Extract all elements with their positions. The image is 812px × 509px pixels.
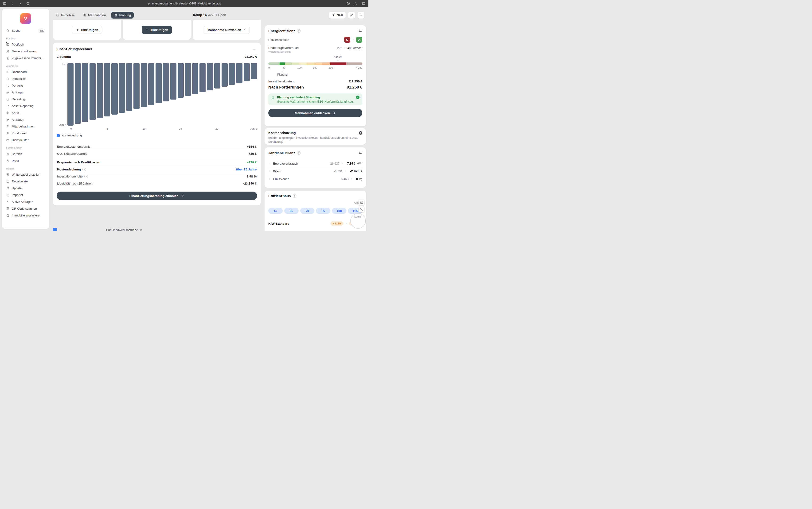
sidebar-item-recalculate[interactable]: Recalculate [4,178,47,185]
financing-consultation-button[interactable]: Finanzierungsberatung einholen [57,192,257,200]
add-button-dark[interactable]: Hinzufügen [142,26,172,34]
partner-strip: Für Handwerksbetriebe [53,228,261,231]
chat-button[interactable] [357,11,365,19]
tab-label: Immobilie [61,13,75,17]
sidebar-item-anfragen[interactable]: Anfragen [4,89,47,96]
summary-label: Investitionsrendite [57,175,88,178]
sidebar-item-karte[interactable]: Karte [4,109,47,116]
reload-icon[interactable] [26,2,30,5]
sidebar-item-deine-kund-innen[interactable]: Deine Kund:innen [4,48,47,55]
sidebar-item-label: Profil [12,159,19,163]
help-icon[interactable] [84,175,88,178]
balance-to-value: 0 [356,177,358,181]
summary-row: Ersparnis nach Kreditkosten+179 € [57,158,257,166]
help-icon[interactable] [297,151,300,155]
extensions-icon[interactable] [354,2,358,5]
card-title: Effizienzhaus [268,194,291,198]
square-icon [6,180,10,183]
level-pill-100[interactable]: 100 [332,208,346,214]
back-icon[interactable] [10,2,14,5]
chart-bar-year-6 [111,63,118,114]
select-measure-button[interactable]: Maßnahme auswählen [204,26,250,34]
current-marker-label: Aktuell [334,56,342,59]
balance-row-emissionen[interactable]: Emissionen6.4630kg [268,175,362,183]
chevron-right-icon [268,178,271,180]
collapse-button[interactable] [251,46,257,52]
level-pill-55[interactable]: 55 [284,208,299,214]
sidebar-item-zugewiesene-immobilien[interactable]: Zugewiesene Immobilien [4,55,47,62]
partner-link[interactable]: Für Handwerksbetriebe [106,228,142,231]
sidebar-item-label: Update [12,186,22,190]
search-input[interactable]: Suche ⌘K [4,27,47,34]
filters-icon[interactable] [358,151,362,155]
sidebar-item-portfolio[interactable]: Portfolio [4,82,47,89]
help-icon[interactable] [359,131,362,135]
sidebar-item-label: Asset Reporting [12,104,34,108]
sidebar-item-importer[interactable]: Importer [4,192,47,198]
sidebar-item-anfragen[interactable]: Anfragen [4,116,47,123]
level-pill-40[interactable]: 40 [268,208,283,214]
sidebar-item-asset-reporting[interactable]: Asset Reporting [4,103,47,109]
tab-massnahmen[interactable]: Maßnahmen [80,12,109,19]
alert-title: Planung verhindert Stranding [277,96,354,99]
chart-bar-year-4 [97,63,103,118]
help-icon[interactable] [293,194,296,198]
scale-segment [330,63,346,65]
sidebar-item-kund-innen[interactable]: Kund:innen [4,130,47,137]
contact-mail-button[interactable] [359,200,364,205]
neu-button[interactable]: NEu [329,11,346,19]
chart-bar-year-14 [170,63,176,100]
level-pill-70[interactable]: 70 [300,208,315,214]
tab-planung[interactable]: Planung [111,12,134,19]
balance-row-energieverbrauch[interactable]: Energieverbrauch26.9377.975kWh [268,160,362,167]
address-bar[interactable]: energie-quartier-git-release-v0343-viadu… [147,2,221,5]
sidebar-item-dienstleister[interactable]: Dienstleister [4,137,47,143]
sidebar-item-postfach[interactable]: Postfach [4,41,47,48]
scale-segment [322,63,330,65]
summary-row: CO₂-Kostenersparnis+25 € [57,150,257,157]
sidebar-item-mitarbeiter-innen[interactable]: Mitarbeiter:innen [4,123,47,130]
edit-button[interactable] [348,11,355,19]
sidebar-toggle-icon[interactable] [3,2,7,5]
level-pill-85[interactable]: 85 [316,208,330,214]
sidebar-item-label: Importer [12,193,23,197]
discover-measures-button[interactable]: Maßnahmen entdecken [268,109,362,117]
sidebar-section-label: Allgemein [6,65,45,67]
sidebar-item-bereich[interactable]: Bereich [4,150,47,157]
tab-immobilie[interactable]: Immobilie [53,12,77,19]
help-icon[interactable] [83,168,86,171]
sidebar-item-profil[interactable]: Profil [4,157,47,164]
sidebar-item-qr-code-scannen[interactable]: QR Code scannen [4,205,47,212]
sidebar-item-white-label-erstellen[interactable]: White Label erstellen [4,171,47,178]
help-icon[interactable] [356,96,359,99]
chart-bar-year-7 [119,63,125,113]
mail-icon [360,201,363,204]
sidebar-item-aktive-anfragen[interactable]: Aktive Anfragen [4,198,47,205]
activity-icon [6,200,10,204]
filters-icon[interactable] [358,29,362,33]
efficiency-levels: 40557085100115 [268,208,362,214]
contact-phone-button[interactable] [359,206,364,212]
chevron-right-icon [268,162,271,165]
balance-row-bilanz[interactable]: Bilanz-5.131-2.978€ [268,167,362,175]
avatar[interactable]: -avatar [350,213,366,229]
pointer-off-icon[interactable] [346,2,350,5]
summary-row: Investitionsrendite2,98 % [57,173,257,180]
sidebar-item-update[interactable]: Update [4,185,47,192]
add-button[interactable]: Hinzufügen [72,26,102,34]
sidebar-item-immobilie-analysieren[interactable]: Immobilie analysieren [4,212,47,219]
x-axis-unit: Jahre [250,127,257,130]
sidebar-item-reporting[interactable]: Reporting [4,96,47,103]
panel-right-icon[interactable] [362,2,366,5]
sidebar: V Suche ⌘K Für DichPostfachDeine Kund:in… [2,9,50,229]
help-icon[interactable] [297,29,300,33]
add-label: Hinzufügen [81,28,98,32]
partner-logo [53,228,57,231]
app-logo[interactable]: V [20,13,31,24]
tab-label: Planung [119,13,131,17]
efficiency-scale-block: Aktuell 050100150200> 250 Planung [268,56,362,78]
forward-icon[interactable] [18,2,22,5]
sidebar-item-dashboard[interactable]: Dashboard [4,69,47,75]
sidebar-item-immobilien[interactable]: Immobilien [4,75,47,82]
browser-chrome: energie-quartier-git-release-v0343-viadu… [0,0,368,7]
